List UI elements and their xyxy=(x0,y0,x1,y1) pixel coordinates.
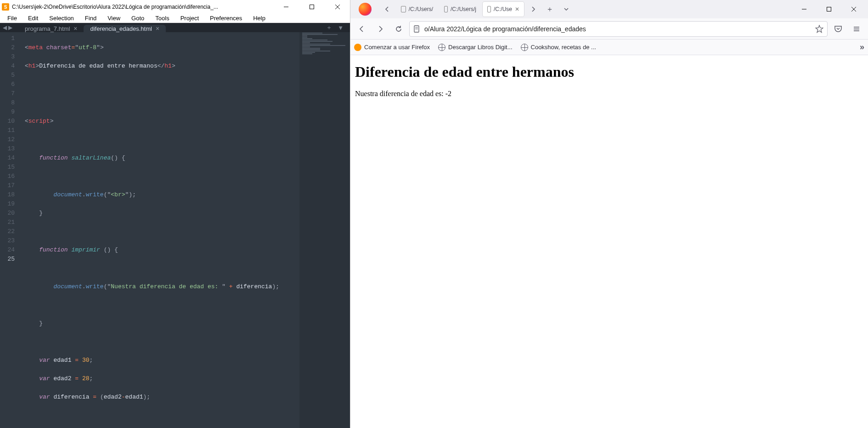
firefox-logo-icon[interactable] xyxy=(359,3,372,16)
svg-marker-11 xyxy=(816,25,823,33)
sublime-window: S C:\Users\jek-2\OneDrive\Escritorio\Alu… xyxy=(0,0,350,428)
app-menu-button[interactable] xyxy=(849,21,864,37)
line-number: 25 xyxy=(0,255,22,264)
line-number: 8 xyxy=(0,98,22,108)
minimize-button[interactable] xyxy=(794,2,815,17)
tab-nav-arrows[interactable]: ◀ ▶ xyxy=(3,23,12,32)
menu-goto[interactable]: Goto xyxy=(126,14,150,23)
reload-button[interactable] xyxy=(391,21,406,37)
code-area[interactable]: <meta charset="utf-8"> <h1>Diferencia de… xyxy=(22,32,299,428)
page-body-text: Nuestra diferencia de edad es: -2 xyxy=(355,90,863,98)
bookmark-item[interactable]: Comenzar a usar Firefox xyxy=(354,44,430,51)
page-content: Diferencia de edad entre hermanos Nuestr… xyxy=(350,55,868,428)
file-icon xyxy=(444,6,448,12)
minimize-button[interactable] xyxy=(276,0,297,14)
tab-label: programa_7.html xyxy=(25,25,70,32)
tab-close-icon[interactable]: × xyxy=(73,25,77,32)
tab-close-icon[interactable]: ✕ xyxy=(515,6,519,12)
line-number: 14 xyxy=(0,154,22,163)
pocket-button[interactable] xyxy=(830,21,846,37)
sublime-editor: 1 2 3 4 5 6 7 8 9 10 11 12 13 14 15 16 1… xyxy=(0,32,350,428)
bookmark-item[interactable]: Descargar Libros Digit... xyxy=(438,44,512,51)
new-tab-button[interactable]: ＋ xyxy=(542,2,557,17)
tab-diferencia-edades[interactable]: diferencia_edades.html × xyxy=(84,25,166,32)
bookmark-item[interactable]: Cookshow, recetas de ... xyxy=(521,44,596,51)
tab-close-icon[interactable]: × xyxy=(156,25,159,32)
file-icon xyxy=(401,6,406,12)
line-number: 2 xyxy=(0,43,22,52)
browser-tab[interactable]: /C:/Users/ xyxy=(396,2,438,17)
line-gutter: 1 2 3 4 5 6 7 8 9 10 11 12 13 14 15 16 1… xyxy=(0,32,22,428)
url-bar[interactable]: o/Alura 2022/Lógica de programación/dife… xyxy=(409,21,828,37)
line-number: 1 xyxy=(0,34,22,43)
line-number: 20 xyxy=(0,209,22,218)
tab-scroll-right-icon[interactable] xyxy=(526,2,541,17)
bookmark-label: Descargar Libros Digit... xyxy=(448,44,512,51)
file-icon xyxy=(487,6,491,12)
page-info-icon[interactable] xyxy=(413,25,421,33)
tab-dropdown-icon[interactable]: ▼ xyxy=(338,24,344,31)
menu-selection[interactable]: Selection xyxy=(44,14,79,23)
menu-project[interactable]: Project xyxy=(175,14,204,23)
menu-file[interactable]: File xyxy=(2,14,23,23)
browser-tab-active[interactable]: /C:/Use ✕ xyxy=(483,2,524,17)
line-number: 15 xyxy=(0,163,22,172)
line-number: 19 xyxy=(0,200,22,209)
sublime-window-controls xyxy=(276,0,348,14)
menu-find[interactable]: Find xyxy=(79,14,102,23)
new-tab-icon[interactable]: ＋ xyxy=(326,23,332,32)
line-number: 23 xyxy=(0,236,22,245)
bookmark-label: Comenzar a usar Firefox xyxy=(364,44,430,51)
list-tabs-button[interactable] xyxy=(559,2,574,17)
menu-help[interactable]: Help xyxy=(248,14,271,23)
minimap[interactable] xyxy=(299,32,350,428)
line-number: 3 xyxy=(0,52,22,62)
line-number: 11 xyxy=(0,126,22,135)
tab-programa-7[interactable]: programa_7.html × xyxy=(18,25,84,32)
line-number: 10 xyxy=(0,117,22,126)
firefox-favicon-icon xyxy=(354,44,361,51)
firefox-window: /C:/Users/ /C:/Users/j /C:/Use ✕ ＋ xyxy=(350,0,868,428)
line-number: 5 xyxy=(0,71,22,80)
line-number: 13 xyxy=(0,144,22,154)
sublime-tabbar: ◀ ▶ programa_7.html × diferencia_edades.… xyxy=(0,23,350,32)
sublime-title: C:\Users\jek-2\OneDrive\Escritorio\Alura… xyxy=(12,4,273,10)
bookmarks-bar: Comenzar a usar Firefox Descargar Libros… xyxy=(350,40,868,55)
tab-scroll-left-icon[interactable] xyxy=(380,2,395,17)
bookmarks-overflow-icon[interactable]: » xyxy=(860,42,864,52)
line-number: 24 xyxy=(0,245,22,255)
tab-extra-controls: ＋ ▼ xyxy=(326,23,350,32)
line-number: 9 xyxy=(0,108,22,117)
browser-tab[interactable]: /C:/Users/j xyxy=(440,2,481,17)
sublime-titlebar[interactable]: S C:\Users\jek-2\OneDrive\Escritorio\Alu… xyxy=(0,0,350,14)
sublime-app-icon: S xyxy=(2,3,9,11)
maximize-button[interactable] xyxy=(301,0,322,14)
line-number: 21 xyxy=(0,218,22,227)
tab-label: diferencia_edades.html xyxy=(90,25,152,32)
firefox-tabbar: /C:/Users/ /C:/Users/j /C:/Use ✕ ＋ xyxy=(350,0,868,18)
line-number: 17 xyxy=(0,181,22,190)
back-button[interactable] xyxy=(354,21,370,37)
sublime-menubar: File Edit Selection Find View Goto Tools… xyxy=(0,14,350,23)
menu-edit[interactable]: Edit xyxy=(23,14,44,23)
globe-icon xyxy=(521,44,528,51)
line-number: 16 xyxy=(0,172,22,181)
maximize-button[interactable] xyxy=(818,2,840,17)
menu-preferences[interactable]: Preferences xyxy=(204,14,248,23)
close-button[interactable] xyxy=(843,2,864,17)
svg-rect-1 xyxy=(310,5,314,9)
firefox-toolbar: o/Alura 2022/Lógica de programación/dife… xyxy=(350,18,868,40)
bookmark-label: Cookshow, recetas de ... xyxy=(531,44,596,51)
tab-label: /C:/Users/ xyxy=(409,6,433,12)
line-number: 12 xyxy=(0,135,22,144)
line-number: 22 xyxy=(0,227,22,236)
line-number: 6 xyxy=(0,80,22,89)
line-number: 7 xyxy=(0,89,22,98)
tab-label: /C:/Users/j xyxy=(451,6,476,12)
menu-view[interactable]: View xyxy=(102,14,126,23)
bookmark-star-icon[interactable] xyxy=(815,25,823,33)
page-heading: Diferencia de edad entre hermanos xyxy=(355,63,863,80)
forward-button[interactable] xyxy=(372,21,388,37)
close-button[interactable] xyxy=(327,0,348,14)
menu-tools[interactable]: Tools xyxy=(150,14,175,23)
